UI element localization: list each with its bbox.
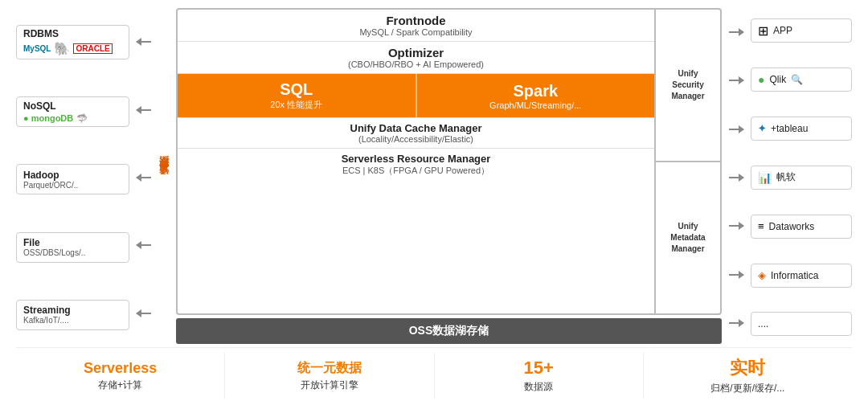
optimizer-title: Optimizer	[186, 46, 646, 59]
engine-box: Frontnode MySQL / Spark Compatibility Op…	[176, 8, 722, 315]
datasource-hadoop: Hadoop Parquet/ORC/..	[16, 164, 129, 194]
app-box-dataworks: ≡ Dataworks	[751, 215, 852, 239]
oss-wrapper: OSS数据湖存储	[173, 318, 725, 344]
file-sub: OSS/DBS/Logs/..	[23, 248, 122, 257]
sql-spark-row: SQL 20x 性能提升 Spark Graph/ML/Streaming/..…	[178, 74, 654, 118]
unify-security-box: UnifySecurityManager	[656, 10, 720, 162]
qlik-icon: ●	[758, 73, 764, 86]
file-title: File	[23, 237, 122, 248]
r-arr-7	[729, 322, 743, 324]
arr-3	[137, 177, 151, 178]
unify-security-label: UnifySecurityManager	[671, 68, 704, 102]
frontnode-sub: MySQL / Spark Compatibility	[186, 27, 646, 37]
vertical-label: 通源与仓库数据	[158, 172, 170, 183]
r-arr-5	[729, 225, 743, 227]
app-label-dataworks: Dataworks	[769, 221, 815, 232]
stat-realtime: 实时 归档/更新/缓存/...	[644, 353, 852, 399]
arr-5	[137, 313, 151, 314]
cache-sub: (Locality/Accessibility/Elastic)	[186, 134, 646, 144]
vertical-label-area: 通源与仓库数据	[155, 8, 173, 347]
streaming-title: Streaming	[23, 305, 122, 316]
hadoop-title: Hadoop	[23, 170, 122, 181]
app-box-app: ⊞ APP	[751, 18, 852, 43]
app-label-informatica: Informatica	[771, 270, 818, 281]
r-arr-6	[729, 274, 743, 276]
stat-serverless-sub: 存储+计算	[98, 378, 142, 392]
app-label-app: APP	[773, 25, 792, 36]
stat-unified-main: 统一元数据	[297, 360, 362, 377]
data-sources-panel: RDBMS MySQL 🐘 ORACLE NoSQL ● mongoDB 🦈 H…	[16, 8, 133, 347]
stat-datasources-sub: 数据源	[524, 380, 553, 394]
serverless-sub: ECS | K8S（FPGA / GPU Powered）	[186, 165, 646, 177]
app-icon: ⊞	[758, 23, 768, 39]
sql-box: SQL 20x 性能提升	[178, 74, 417, 117]
app-label-fanruan: 帆软	[776, 170, 796, 184]
spark-title: Spark	[513, 82, 558, 100]
mongodb-icon: ● mongoDB	[23, 113, 73, 123]
app-label-more: ....	[758, 318, 768, 329]
frontnode-title: Frontnode	[186, 14, 646, 27]
r-arr-2	[729, 80, 743, 81]
oracle-icon: ORACLE	[73, 43, 112, 54]
spark-box: Spark Graph/ML/Streaming/...	[417, 74, 655, 117]
stat-unified-sub: 开放计算引擎	[301, 378, 358, 392]
optimizer-row: Optimizer (CBO/HBO/RBO + AI Empowered)	[178, 42, 654, 74]
postgres-icon: 🐘	[54, 41, 70, 56]
applications-panel: ⊞ APP ● Qlik 🔍 ✦ +tableau 📊 帆软 ≡ D	[747, 8, 852, 347]
arr-2	[137, 109, 151, 111]
app-box-qlik: ● Qlik 🔍	[751, 68, 852, 92]
arr-4	[137, 244, 151, 246]
qlik-search-icon: 🔍	[791, 74, 803, 85]
oss-bar: OSS数据湖存储	[176, 318, 722, 344]
app-label-qlik: Qlik	[769, 74, 786, 85]
fanruan-icon: 📊	[758, 171, 772, 184]
datasource-nosql: NoSQL ● mongoDB 🦈	[16, 96, 129, 127]
nosql-title: NoSQL	[23, 100, 122, 112]
serverless-row: Serverless Resource Manager ECS | K8S（FP…	[178, 149, 654, 181]
bottom-stats: Serverless 存储+计算 统一元数据 开放计算引擎 15+ 数据源 实时…	[16, 347, 852, 399]
main-container: RDBMS MySQL 🐘 ORACLE NoSQL ● mongoDB 🦈 H…	[0, 0, 868, 405]
unify-metadata-box: UnifyMetadataManager	[656, 162, 720, 313]
engine-main-cols: Frontnode MySQL / Spark Compatibility Op…	[178, 10, 654, 313]
streaming-sub: Kafka/IoT/....	[23, 316, 122, 325]
optimizer-sub: (CBO/HBO/RBO + AI Empowered)	[186, 59, 646, 69]
spark-sub: Graph/ML/Streaming/...	[489, 100, 581, 110]
architecture-diagram: RDBMS MySQL 🐘 ORACLE NoSQL ● mongoDB 🦈 H…	[16, 8, 852, 347]
dataworks-icon: ≡	[758, 220, 764, 232]
sql-sub: 20x 性能提升	[270, 99, 322, 111]
serverless-title: Serverless Resource Manager	[186, 153, 646, 165]
mysql-icon: MySQL	[23, 44, 51, 53]
datasource-rdbms: RDBMS MySQL 🐘 ORACLE	[16, 25, 129, 59]
informatica-icon: ◈	[758, 269, 766, 281]
unify-side-panel: UnifySecurityManager UnifyMetadataManage…	[654, 10, 720, 313]
cache-title: Unify Data Cache Manager	[186, 122, 646, 134]
app-box-fanruan: 📊 帆软	[751, 166, 852, 190]
engine-wrapper: Frontnode MySQL / Spark Compatibility Op…	[173, 8, 725, 347]
hadoop-sub: Parquet/ORC/..	[23, 181, 122, 190]
r-arr-4	[729, 177, 743, 178]
unify-metadata-label: UnifyMetadataManager	[670, 221, 705, 255]
right-arrows	[725, 8, 747, 347]
arr-1	[137, 41, 151, 43]
rdbms-title: RDBMS	[23, 28, 122, 39]
datasource-file: File OSS/DBS/Logs/..	[16, 232, 129, 263]
cache-row: Unify Data Cache Manager (Locality/Acces…	[178, 118, 654, 149]
stat-realtime-sub: 归档/更新/缓存/...	[710, 382, 784, 395]
stat-datasources: 15+ 数据源	[435, 353, 644, 399]
app-box-tableau: ✦ +tableau	[751, 117, 852, 141]
frontnode-row: Frontnode MySQL / Spark Compatibility	[178, 10, 654, 42]
r-arr-3	[729, 129, 743, 130]
tableau-icon: ✦	[758, 123, 766, 134]
stat-datasources-main: 15+	[523, 358, 553, 378]
app-box-informatica: ◈ Informatica	[751, 264, 852, 288]
r-arr-1	[729, 31, 743, 33]
app-label-tableau: +tableau	[771, 123, 808, 134]
datasource-streaming: Streaming Kafka/IoT/....	[16, 300, 129, 330]
stat-unified: 统一元数据 开放计算引擎	[225, 353, 434, 399]
stat-serverless-main: Serverless	[84, 360, 157, 377]
app-box-more: ....	[751, 312, 852, 336]
stat-serverless: Serverless 存储+计算	[16, 353, 225, 399]
stat-realtime-main: 实时	[730, 356, 765, 380]
sql-title: SQL	[280, 80, 313, 99]
left-arrows	[133, 8, 155, 347]
